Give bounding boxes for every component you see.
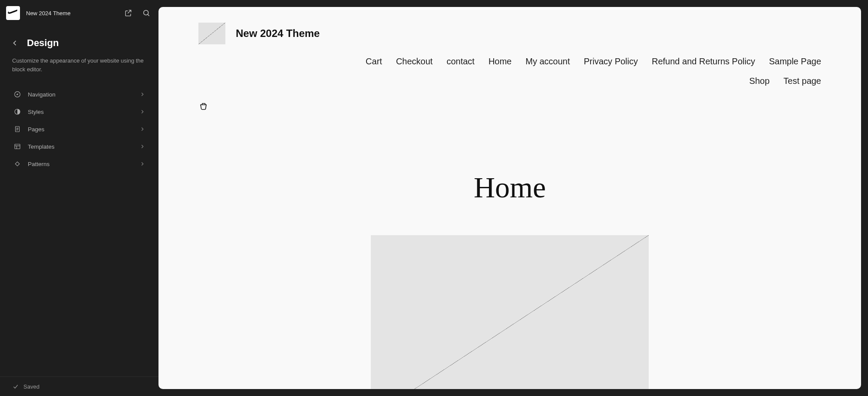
chevron-right-icon [139,91,145,97]
hero-image-placeholder[interactable] [371,235,649,389]
nav-link[interactable]: Home [488,57,512,67]
nav-link[interactable]: Cart [366,57,382,67]
design-heading-row: Design [12,37,146,49]
design-title: Design [27,37,59,49]
compass-icon [13,90,22,99]
menu-item-label: Patterns [28,161,133,167]
menu-item-label: Styles [28,109,133,115]
menu-item-pages[interactable]: Pages [12,120,146,138]
menu-item-label: Templates [28,143,133,150]
layout-icon [13,142,22,151]
sidebar-footer: Saved [0,376,158,396]
menu-item-templates[interactable]: Templates [12,138,146,155]
page-icon [13,125,22,133]
sidebar-header: New 2024 Theme [0,0,158,24]
open-site-button[interactable] [122,7,134,19]
nav-link[interactable]: Test page [783,76,821,86]
diamond-icon [13,160,22,168]
half-circle-icon [13,107,22,116]
site-logo[interactable] [6,6,20,20]
preview-header: New 2024 Theme [198,23,821,44]
nav-link[interactable]: Refund and Returns Policy [652,57,755,67]
svg-marker-2 [17,93,18,95]
site-title: New 2024 Theme [26,10,116,17]
check-icon [12,383,19,390]
design-panel: Design Customize the appearance of your … [0,24,158,173]
preview-site-name[interactable]: New 2024 Theme [236,27,320,40]
nav-link[interactable]: Checkout [396,57,433,67]
cart-row [198,102,821,114]
menu-item-label: Navigation [28,91,133,98]
preview-wrapper: New 2024 Theme Cart Checkout contact Hom… [158,0,868,396]
menu-item-navigation[interactable]: Navigation [12,86,146,103]
menu-item-label: Pages [28,126,133,133]
back-button[interactable] [10,39,19,47]
nav-link[interactable]: Privacy Policy [584,57,638,67]
chevron-right-icon [139,126,145,132]
svg-rect-8 [15,144,20,149]
site-preview[interactable]: New 2024 Theme Cart Checkout contact Hom… [158,7,861,389]
preview-nav-row-2: Shop Test page [749,76,821,86]
search-button[interactable] [140,7,152,19]
preview-logo-placeholder[interactable] [198,23,225,44]
preview-content: New 2024 Theme Cart Checkout contact Hom… [158,7,861,389]
sidebar: New 2024 Theme Design Customize the appe… [0,0,158,396]
nav-link[interactable]: Shop [749,76,770,86]
save-status: Saved [23,383,40,390]
nav-link[interactable]: My account [525,57,570,67]
menu-item-styles[interactable]: Styles [12,103,146,120]
external-link-icon [124,9,132,17]
chevron-left-icon [10,39,19,47]
design-menu: Navigation Styles Pages [12,86,146,173]
menu-item-patterns[interactable]: Patterns [12,155,146,173]
design-description: Customize the appearance of your website… [12,57,146,73]
swoosh-icon [7,7,19,19]
preview-nav: Cart Checkout contact Home My account Pr… [198,57,821,86]
chevron-right-icon [139,143,145,150]
svg-rect-11 [15,162,20,166]
nav-link[interactable]: contact [446,57,474,67]
svg-point-0 [144,10,149,15]
chevron-right-icon [139,109,145,115]
cart-icon[interactable] [198,102,209,112]
search-icon [142,9,151,17]
hero-title: Home [198,170,821,205]
preview-nav-row-1: Cart Checkout contact Home My account Pr… [341,57,821,67]
app-root: New 2024 Theme Design Customize the appe… [0,0,868,396]
chevron-right-icon [139,161,145,167]
nav-link[interactable]: Sample Page [769,57,821,67]
